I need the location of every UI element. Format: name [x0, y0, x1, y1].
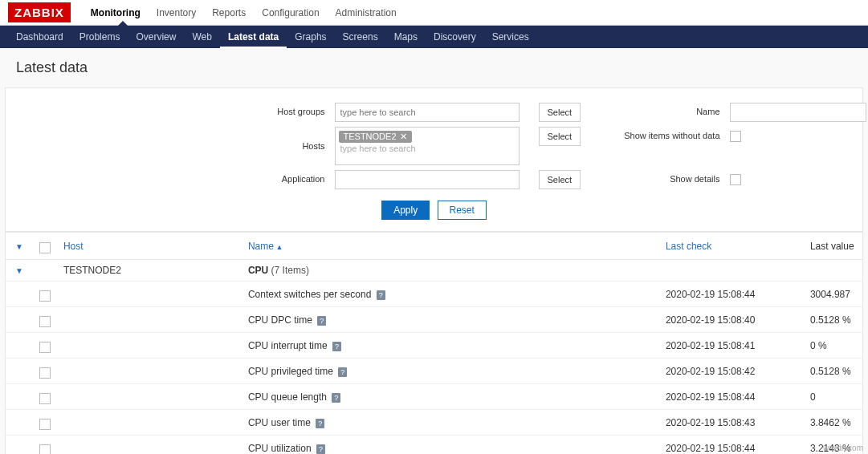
row-checkbox[interactable] — [39, 393, 51, 404]
apply-button[interactable]: Apply — [381, 201, 430, 220]
collapse-icon[interactable]: ▼ — [12, 266, 26, 275]
reset-button[interactable]: Reset — [438, 201, 487, 220]
row-checkbox[interactable] — [39, 444, 51, 454]
subnav-screens[interactable]: Screens — [335, 26, 386, 48]
collapse-all-icon[interactable]: ▼ — [12, 242, 26, 251]
hosts-input[interactable]: TESTNODE2✕ type here to search — [335, 127, 520, 165]
info-icon[interactable]: ? — [338, 367, 347, 377]
col-last-value: Last value — [804, 233, 862, 260]
item-name: CPU DPC time ? — [242, 307, 659, 333]
filter-panel: Host groups Select Name Hosts TESTNODE2✕… — [5, 87, 863, 232]
item-name: Context switches per second ? — [242, 282, 659, 307]
topnav-reports[interactable]: Reports — [204, 1, 254, 25]
data-table: ▼ Host Name Last check Last value ▼TESTN… — [5, 232, 863, 454]
name-input[interactable] — [730, 103, 866, 122]
label-hosts: Hosts — [0, 137, 332, 155]
group-row: ▼TESTNODE2CPU (7 Items) — [6, 260, 862, 282]
brand-logo: ZABBIX — [8, 2, 71, 22]
item-last-check: 2020-02-19 15:08:40 — [659, 307, 804, 333]
row-checkbox[interactable] — [39, 367, 51, 379]
subnav-latest-data[interactable]: Latest data — [220, 26, 287, 48]
item-last-value: 3.8462 % — [804, 410, 862, 436]
subnav-dashboard[interactable]: Dashboard — [8, 26, 71, 48]
label-show-wo-data: Show items without data — [582, 127, 727, 144]
hosts-select-button[interactable]: Select — [539, 127, 581, 146]
info-icon[interactable]: ? — [377, 290, 385, 300]
col-host[interactable]: Host — [57, 233, 242, 260]
page-title: Latest data — [0, 48, 868, 87]
item-row: CPU privileged time ?2020-02-19 15:08:42… — [6, 359, 862, 384]
label-show-details: Show details — [582, 170, 727, 188]
item-row: CPU queue length ?2020-02-19 15:08:440 — [6, 384, 862, 410]
item-last-check: 2020-02-19 15:08:44 — [659, 384, 804, 410]
info-icon[interactable]: ? — [316, 419, 324, 428]
label-application: Application — [0, 170, 332, 188]
label-host-groups: Host groups — [0, 103, 332, 120]
topnav-inventory[interactable]: Inventory — [149, 1, 204, 25]
subnav-problems[interactable]: Problems — [71, 26, 128, 48]
subnav-services[interactable]: Services — [484, 26, 537, 48]
info-icon[interactable]: ? — [317, 316, 326, 326]
subnav-discovery[interactable]: Discovery — [426, 26, 484, 48]
row-checkbox[interactable] — [39, 342, 51, 353]
item-last-check: 2020-02-19 15:08:43 — [659, 410, 804, 436]
host-groups-input[interactable] — [335, 103, 520, 122]
item-name: CPU interrupt time ? — [242, 333, 659, 359]
item-name: CPU queue length ? — [242, 384, 659, 410]
label-name: Name — [582, 103, 727, 120]
subnav-graphs[interactable]: Graphs — [287, 26, 334, 48]
topnav-configuration[interactable]: Configuration — [254, 1, 327, 25]
col-name[interactable]: Name — [242, 233, 659, 260]
host-link[interactable]: TESTNODE2 — [57, 260, 242, 282]
item-row: CPU user time ?2020-02-19 15:08:433.8462… — [6, 410, 862, 436]
top-nav-bar: ZABBIX Monitoring Inventory Reports Conf… — [0, 0, 868, 26]
hosts-placeholder: type here to search — [338, 144, 416, 153]
item-name: CPU privileged time ? — [242, 359, 659, 384]
subnav-overview[interactable]: Overview — [128, 26, 184, 48]
subnav-maps[interactable]: Maps — [386, 26, 426, 48]
subnav-web[interactable]: Web — [184, 26, 219, 48]
item-last-value: 0 % — [804, 333, 862, 359]
sub-nav-bar: Dashboard Problems Overview Web Latest d… — [0, 26, 868, 48]
item-last-value: 0 — [804, 384, 862, 410]
item-last-value: 0.5128 % — [804, 307, 862, 333]
item-row: Context switches per second ?2020-02-19 … — [6, 282, 862, 307]
show-wo-data-checkbox[interactable] — [730, 131, 741, 142]
item-last-value: 0.5128 % — [804, 359, 862, 384]
show-details-checkbox[interactable] — [730, 174, 741, 185]
item-row: CPU utilization ?2020-02-19 15:08:443.21… — [6, 436, 862, 455]
item-last-check: 2020-02-19 15:08:44 — [659, 436, 804, 455]
item-last-value: 3004.987 — [804, 282, 862, 307]
item-last-check: 2020-02-19 15:08:41 — [659, 333, 804, 359]
application-input[interactable] — [335, 170, 520, 189]
row-checkbox[interactable] — [39, 419, 51, 430]
close-icon[interactable]: ✕ — [400, 132, 407, 141]
topnav-monitoring[interactable]: Monitoring — [83, 1, 149, 25]
col-last-check[interactable]: Last check — [659, 233, 804, 260]
item-last-check: 2020-02-19 15:08:42 — [659, 359, 804, 384]
item-name: CPU user time ? — [242, 410, 659, 436]
row-checkbox[interactable] — [39, 316, 51, 327]
item-row: CPU DPC time ?2020-02-19 15:08:400.5128 … — [6, 307, 862, 333]
info-icon[interactable]: ? — [332, 393, 340, 403]
topnav-administration[interactable]: Administration — [328, 1, 405, 25]
item-name: CPU utilization ? — [242, 436, 659, 455]
footer-note: wsxdn.com — [823, 444, 863, 452]
row-checkbox[interactable] — [39, 290, 51, 302]
info-icon[interactable]: ? — [316, 444, 325, 454]
item-last-check: 2020-02-19 15:08:44 — [659, 282, 804, 307]
item-row: CPU interrupt time ?2020-02-19 15:08:410… — [6, 333, 862, 359]
select-all-checkbox[interactable] — [39, 242, 51, 253]
host-groups-select-button[interactable]: Select — [539, 103, 581, 122]
application-select-button[interactable]: Select — [539, 170, 581, 189]
info-icon[interactable]: ? — [332, 342, 341, 351]
host-tag[interactable]: TESTNODE2✕ — [339, 131, 412, 143]
